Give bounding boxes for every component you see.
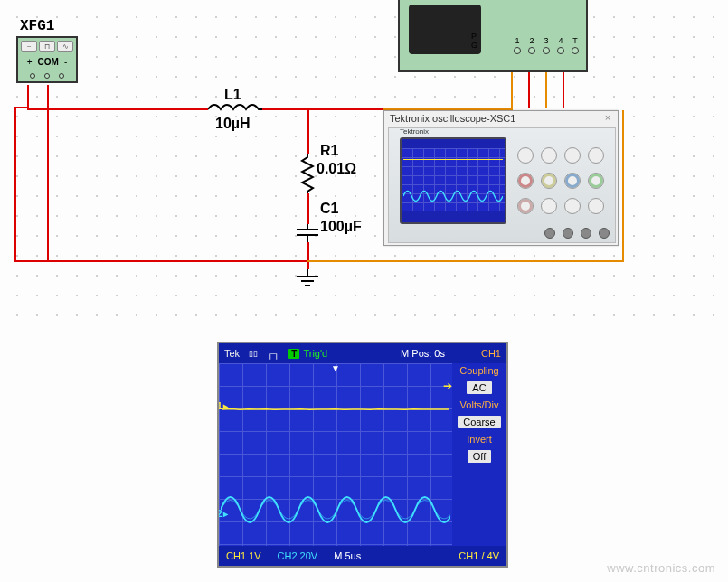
c1-ref: C1 xyxy=(320,201,338,217)
wire xyxy=(14,107,27,108)
coupling-button[interactable]: AC xyxy=(467,381,491,394)
scope-window-title: Tektronix oscilloscope-XSC1 xyxy=(390,113,515,124)
bnc-icon[interactable] xyxy=(544,228,555,239)
close-icon[interactable]: × xyxy=(601,112,614,125)
bnc-icon[interactable] xyxy=(599,228,610,239)
wire xyxy=(262,108,383,110)
xsc1-port1[interactable] xyxy=(514,47,521,54)
triangle-icon: ∿ xyxy=(57,41,73,52)
trigd-label: Trig'd xyxy=(303,348,327,359)
xsc1-pg-labels: P G xyxy=(471,32,477,50)
knob-icon[interactable] xyxy=(588,147,604,164)
ground-symbol xyxy=(295,269,320,289)
scope-plot: ▼ ➔ 1▸ 2▸ xyxy=(219,363,452,546)
knob-icon[interactable] xyxy=(517,173,534,189)
xsc1-port3-label: 3 xyxy=(544,36,548,45)
l1-ref: L1 xyxy=(224,87,241,103)
xsc1-port4-label: 4 xyxy=(558,36,563,45)
xsc1-port-t[interactable] xyxy=(572,47,579,54)
knob-icon[interactable] xyxy=(517,198,534,214)
xsc1-port2-label: 2 xyxy=(529,36,534,45)
ch1-arrow-icon: ➔ xyxy=(443,380,452,392)
ch1-scale: CH1 1V xyxy=(226,550,261,561)
coupling-label: Coupling xyxy=(459,365,498,376)
resistor-symbol xyxy=(300,154,315,193)
scope-bnc-row xyxy=(544,228,610,239)
xfg1-plus: + xyxy=(27,57,33,67)
xsc1-ports: 1 2 3 4 T xyxy=(514,36,579,54)
wire xyxy=(307,108,309,154)
xfg1-instrument[interactable]: ~ ⊓ ∿ + COM - xyxy=(16,36,78,83)
xsc1-port4[interactable] xyxy=(557,47,564,54)
wire xyxy=(307,193,309,224)
wire xyxy=(14,260,309,262)
bnc-icon[interactable] xyxy=(581,228,591,239)
scope-top-bar: Tek ▯▯ ┌┐ T Trig'd M Pos: 0s CH1 xyxy=(219,343,506,363)
wire xyxy=(47,85,49,260)
wire xyxy=(545,72,547,108)
scope-mini-display xyxy=(400,137,506,224)
voltsdiv-button[interactable]: Coarse xyxy=(458,416,500,428)
scope-side-menu: Coupling AC Volts/Div Coarse Invert Off xyxy=(452,363,506,546)
xsc1-port3[interactable] xyxy=(543,47,550,54)
inductor-symbol xyxy=(208,103,262,116)
wire xyxy=(528,72,530,108)
voltsdiv-label: Volts/Div xyxy=(460,399,499,410)
knob-icon[interactable] xyxy=(588,198,604,214)
wire xyxy=(511,72,513,110)
wire xyxy=(14,107,16,260)
r1-ref: R1 xyxy=(320,143,338,159)
trigger-readout: CH1 / 4V xyxy=(459,550,499,561)
knob-icon[interactable] xyxy=(588,173,604,189)
knob-icon[interactable] xyxy=(564,173,581,189)
xsc1-port2[interactable] xyxy=(528,47,535,54)
scope-brand: Tektronix xyxy=(400,127,429,136)
ch1-head: CH1 xyxy=(481,348,501,359)
tek-label: Tek xyxy=(224,348,240,359)
xfg1-wave-buttons: ~ ⊓ ∿ xyxy=(21,41,73,52)
xfg1-port-plus[interactable] xyxy=(30,73,35,79)
trace-ch1 xyxy=(222,407,449,409)
scope-window[interactable]: Tektronix oscilloscope-XSC1 × Tektronix xyxy=(383,110,619,246)
invert-label: Invert xyxy=(467,434,492,445)
t-badge: T xyxy=(288,349,299,359)
knob-icon[interactable] xyxy=(564,198,581,214)
invert-button[interactable]: Off xyxy=(468,450,491,463)
sine-icon: ~ xyxy=(21,41,37,52)
square-icon: ⊓ xyxy=(39,41,55,52)
xsc1-instrument[interactable]: P G 1 2 3 4 T xyxy=(398,0,588,72)
mpos-label: M Pos: 0s xyxy=(401,348,445,359)
xsc1-g-label: G xyxy=(471,41,477,50)
trace-ch2 xyxy=(221,483,450,537)
bnc-icon[interactable] xyxy=(563,228,573,239)
c1-value: 100µF xyxy=(320,219,362,235)
knob-icon[interactable] xyxy=(517,147,534,164)
timebase: M 5us xyxy=(334,550,361,561)
knob-icon[interactable] xyxy=(541,173,557,189)
l1-value: 10µH xyxy=(215,116,251,132)
ch2-scale: CH2 20V xyxy=(278,550,318,561)
watermark: www.cntronics.com xyxy=(607,561,715,575)
wire xyxy=(622,110,624,262)
knob-icon[interactable] xyxy=(564,147,581,164)
xsc1-port1-label: 1 xyxy=(515,36,519,45)
xfg1-minus: - xyxy=(64,57,67,67)
scope-bottom-bar: CH1 1V CH2 20V M 5us CH1 / 4V xyxy=(219,546,506,566)
wire xyxy=(27,108,208,110)
scope-knob-panel xyxy=(515,145,606,217)
xfg1-label: XFG1 xyxy=(20,18,54,34)
xfg1-com-label: COM xyxy=(38,57,59,67)
xfg1-port-minus[interactable] xyxy=(59,73,64,79)
schematic-canvas xyxy=(0,0,728,316)
r1-value: 0.01Ω xyxy=(317,161,356,177)
xfg1-port-com[interactable] xyxy=(44,73,50,79)
xsc1-portt-label: T xyxy=(572,36,578,45)
mini-trace-ch2 xyxy=(403,186,503,206)
wire xyxy=(563,72,564,108)
knob-icon[interactable] xyxy=(541,147,557,164)
scope-display: Tek ▯▯ ┌┐ T Trig'd M Pos: 0s CH1 ▼ ➔ 1▸ … xyxy=(217,342,508,568)
wire xyxy=(307,242,309,269)
knob-icon[interactable] xyxy=(541,198,557,214)
scope-photo: Tektronix xyxy=(388,127,616,243)
capacitor-symbol xyxy=(295,224,320,242)
